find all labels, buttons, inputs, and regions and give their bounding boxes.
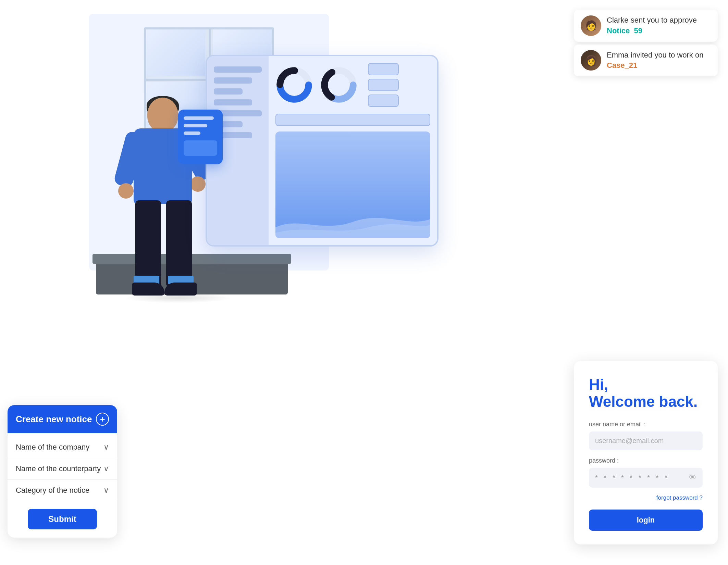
field-company[interactable]: Name of the company ∨ <box>8 437 117 458</box>
field-company-label: Name of the company <box>16 443 89 452</box>
password-input[interactable]: * * * * * * * * * 👁 <box>589 468 703 488</box>
avatar-clarke: 🧑 <box>581 15 601 36</box>
password-label: password : <box>589 457 703 464</box>
password-value: * * * * * * * * * <box>595 474 669 482</box>
forgot-password-link[interactable]: forgot password ? <box>589 494 703 501</box>
form-submit-area: Submit <box>8 503 117 538</box>
donut-chart-2 <box>320 66 358 104</box>
field-category[interactable]: Category of the notice ∨ <box>8 480 117 501</box>
illustration-area <box>69 14 377 322</box>
notification-text-2: Emma invited you to work on Case_21 <box>607 50 703 71</box>
notification-text-1: Clarke sent you to approve Notice_59 <box>607 15 697 36</box>
notice-link[interactable]: Notice_59 <box>607 26 642 35</box>
field-counterparty-label: Name of the counterparty <box>16 464 101 473</box>
field-category-label: Category of the notice <box>16 486 89 495</box>
form-fields: Name of the company ∨ Name of the counte… <box>8 433 117 503</box>
notification-card-1: 🧑 Clarke sent you to approve Notice_59 <box>574 10 718 42</box>
login-card: Hi, Welcome back. user name or email : u… <box>574 361 718 544</box>
avatar-emma: 👩 <box>581 50 601 71</box>
form-title: Create new notice <box>16 414 92 425</box>
screen-charts <box>275 63 430 107</box>
screen-cards <box>368 63 399 107</box>
chevron-down-icon-counterparty: ∨ <box>103 464 109 473</box>
submit-button[interactable]: Submit <box>28 509 97 529</box>
username-placeholder: username@email.com <box>595 437 664 445</box>
floor-shadow <box>123 293 233 303</box>
screen-searchbar <box>275 114 430 126</box>
dashboard-screen <box>206 55 439 247</box>
chevron-down-icon-company: ∨ <box>103 443 109 452</box>
screen-main <box>269 56 437 245</box>
eye-icon[interactable]: 👁 <box>689 473 696 482</box>
chevron-down-icon-category: ∨ <box>103 486 109 495</box>
username-input[interactable]: username@email.com <box>589 431 703 450</box>
add-notice-button[interactable]: + <box>96 413 109 426</box>
notifications-panel: 🧑 Clarke sent you to approve Notice_59 👩… <box>574 10 718 76</box>
floating-document <box>178 110 223 164</box>
login-button[interactable]: login <box>589 510 703 531</box>
field-counterparty[interactable]: Name of the counterparty ∨ <box>8 458 117 480</box>
form-header: Create new notice + <box>8 405 117 433</box>
create-notice-form: Create new notice + Name of the company … <box>8 405 117 538</box>
case-link[interactable]: Case_21 <box>607 61 637 70</box>
login-greeting: Hi, Welcome back. <box>589 376 703 411</box>
donut-chart-1 <box>275 66 313 104</box>
notification-card-2: 👩 Emma invited you to work on Case_21 <box>574 45 718 77</box>
screen-wave <box>275 131 430 238</box>
username-label: user name or email : <box>589 421 703 428</box>
